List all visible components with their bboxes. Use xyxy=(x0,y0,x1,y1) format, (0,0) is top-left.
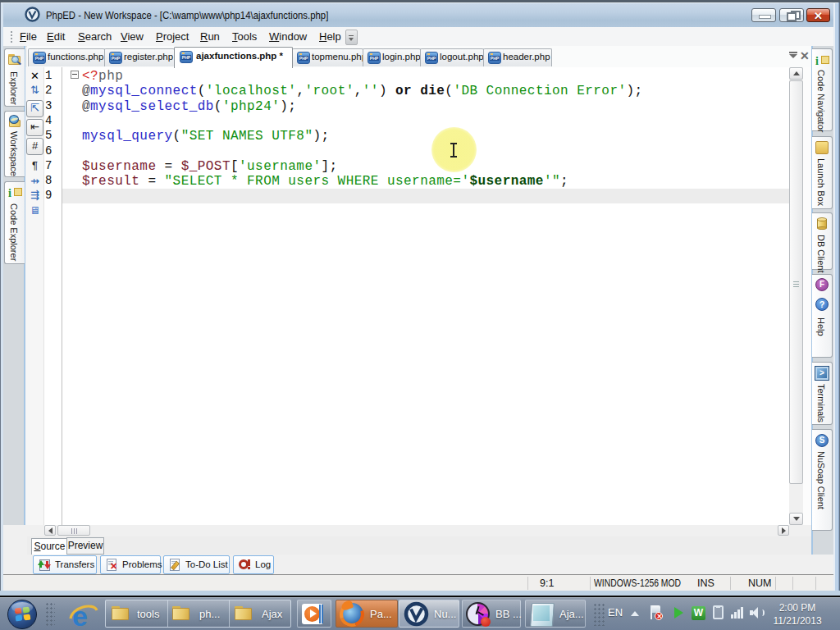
svg-text:e: e xyxy=(72,600,88,630)
